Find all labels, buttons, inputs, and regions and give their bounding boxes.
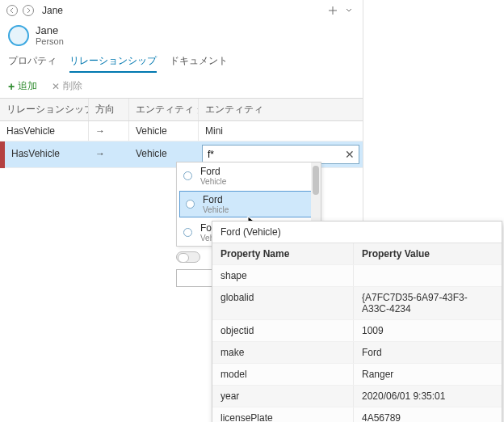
- svg-point-1: [23, 6, 34, 16]
- avatar: [8, 25, 29, 46]
- radio-icon: [186, 200, 195, 209]
- relation-grid: リレーションシップ 方向 エンティティ タイプ エンティティ HasVehicl…: [0, 98, 363, 168]
- tooltip-row: makeFord: [212, 341, 502, 363]
- tab-bar: プロパティ リレーションシップ ドキュメント: [0, 51, 363, 73]
- cell-relation: HasVehicle: [5, 144, 89, 165]
- tooltip-row: year2020/06/01 9:35:01: [212, 385, 502, 407]
- tooltip-row: shape: [212, 264, 502, 286]
- property-tooltip: Ford (Vehicle) Property Name Property Va…: [212, 221, 502, 422]
- tooltip-row: licensePlate4A56789: [212, 407, 502, 422]
- page-title: Jane: [42, 5, 63, 16]
- tooltip-header-value: Property Value: [354, 243, 502, 264]
- toggle-switch[interactable]: [176, 251, 200, 263]
- dropdown-item-label: Ford: [203, 194, 229, 205]
- entity-name: Jane: [36, 24, 64, 36]
- cell-direction: →: [89, 144, 129, 165]
- dropdown-item[interactable]: Ford Vehicle: [177, 162, 321, 189]
- col-header-direction[interactable]: 方向: [89, 99, 129, 120]
- delete-button[interactable]: ✕ 削除: [52, 79, 82, 93]
- col-header-entity[interactable]: エンティティ: [199, 99, 363, 120]
- svg-point-0: [7, 6, 18, 16]
- nav-back-icon[interactable]: [5, 3, 19, 18]
- cell-direction: →: [89, 121, 129, 141]
- add-icon[interactable]: [326, 3, 340, 18]
- nav-forward-icon[interactable]: [21, 3, 36, 18]
- col-header-entity-type[interactable]: エンティティ タイプ: [129, 99, 199, 120]
- tab-relationships[interactable]: リレーションシップ: [69, 51, 157, 73]
- dropdown-item-label: Ford: [200, 166, 226, 177]
- radio-icon: [183, 171, 192, 180]
- dropdown-item-sub: Vehicle: [203, 205, 229, 214]
- tab-properties[interactable]: プロパティ: [8, 51, 57, 73]
- dropdown-item-sub: Vehicle: [200, 177, 226, 186]
- add-label: 追加: [18, 79, 37, 93]
- cell-entity: Mini: [199, 121, 363, 141]
- add-button[interactable]: + 追加: [8, 79, 37, 93]
- tooltip-header-name: Property Name: [212, 243, 354, 264]
- tooltip-row: modelRanger: [212, 363, 502, 385]
- dropdown-caret-icon[interactable]: [342, 3, 356, 18]
- clear-icon[interactable]: ✕: [345, 148, 355, 161]
- col-header-relation[interactable]: リレーションシップ: [0, 99, 89, 120]
- cell-relation: HasVehicle: [0, 121, 89, 141]
- x-icon: ✕: [52, 81, 60, 92]
- dropdown-item[interactable]: Ford Vehicle: [179, 191, 318, 217]
- tooltip-row: objectid1009: [212, 319, 502, 341]
- delete-label: 削除: [63, 79, 82, 93]
- tooltip-title: Ford (Vehicle): [212, 222, 502, 243]
- radio-icon: [183, 228, 192, 237]
- tooltip-row: globalid{A7FC7D35-6A97-43F3-A33C-4234: [212, 286, 502, 319]
- tab-documents[interactable]: ドキュメント: [170, 51, 228, 73]
- entity-type: Person: [36, 36, 64, 46]
- table-row[interactable]: HasVehicle → Vehicle Mini: [0, 121, 363, 141]
- cell-entity-type: Vehicle: [129, 121, 199, 141]
- plus-icon: +: [8, 82, 15, 91]
